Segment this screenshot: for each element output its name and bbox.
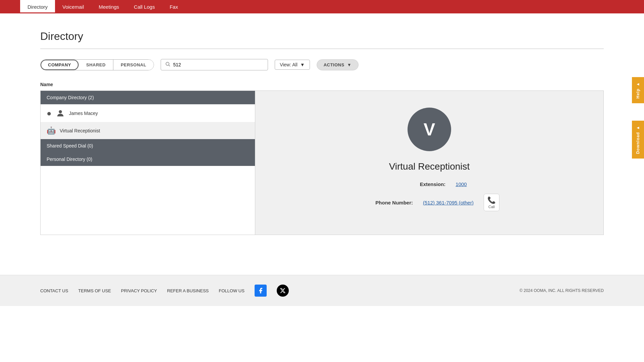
call-label: Call: [488, 205, 495, 209]
page-title: Directory: [40, 30, 604, 43]
copyright: © 2024 OOMA, INC. ALL RIGHTS RESERVED: [520, 288, 604, 293]
search-icon: [165, 61, 170, 68]
virtual-receptionist-name: Virtual Receptionist: [60, 128, 100, 133]
footer-refer[interactable]: REFER A BUSINESS: [167, 288, 209, 293]
svg-point-2: [59, 110, 62, 113]
download-tab[interactable]: ◄ Download: [632, 121, 644, 159]
nav-meetings[interactable]: Meetings: [91, 0, 126, 13]
nav-calllogs[interactable]: Call Logs: [126, 0, 162, 13]
actions-chevron-icon: ▼: [347, 62, 352, 67]
column-header-name: Name: [40, 80, 604, 89]
download-arrow-icon: ◄: [636, 125, 640, 130]
follow-us-label: FOLLOW US: [219, 288, 245, 293]
nav-directory[interactable]: Directory: [20, 0, 55, 13]
person-icon: ●: [47, 109, 52, 118]
detail-panel: V Virtual Receptionist Extension: 1000 P…: [255, 90, 604, 235]
help-label: Help: [636, 88, 640, 99]
search-input[interactable]: [173, 62, 264, 67]
actions-button[interactable]: ACTIONS ▼: [317, 59, 359, 70]
extension-label: Extension:: [392, 181, 445, 187]
phone-label: Phone Number:: [359, 200, 413, 205]
list-item-virtual-receptionist[interactable]: 🤖 Virtual Receptionist: [41, 122, 255, 139]
call-button[interactable]: 📞 Call: [484, 194, 499, 211]
main-content: Directory COMPANY SHARED PERSONAL View: …: [0, 13, 644, 275]
svg-point-0: [166, 62, 169, 65]
svg-line-1: [169, 65, 170, 66]
phone-value[interactable]: (512) 361-7095 (other): [423, 200, 474, 205]
extension-row: Extension: 1000: [275, 181, 583, 187]
phone-icon: 📞: [487, 196, 496, 204]
extension-value[interactable]: 1000: [455, 181, 467, 187]
tab-shared[interactable]: SHARED: [79, 60, 113, 70]
phone-row: Phone Number: (512) 361-7095 (other) 📞 C…: [275, 194, 583, 211]
footer-privacy[interactable]: PRIVACY POLICY: [121, 288, 157, 293]
footer-terms[interactable]: TERMS OF USE: [78, 288, 111, 293]
download-label: Download: [636, 132, 640, 154]
chevron-down-icon: ▼: [300, 62, 305, 67]
x-twitter-icon[interactable]: [277, 285, 289, 297]
directory-tab-group: COMPANY SHARED PERSONAL: [40, 59, 154, 70]
tab-personal[interactable]: PERSONAL: [113, 60, 154, 70]
list-item-james-macey[interactable]: ● James Macey: [41, 104, 255, 122]
user-icon: [56, 109, 65, 118]
top-nav: Directory Voicemail Meetings Call Logs F…: [0, 0, 644, 13]
directory-list: Company Directory (2) ● James Macey 🤖 Vi…: [40, 90, 255, 235]
facebook-icon[interactable]: [255, 285, 267, 297]
detail-avatar: V: [408, 108, 451, 151]
directory-layout: Company Directory (2) ● James Macey 🤖 Vi…: [40, 90, 604, 235]
search-box[interactable]: [161, 59, 268, 70]
nav-voicemail[interactable]: Voicemail: [55, 0, 91, 13]
view-select[interactable]: View: All ▼: [275, 60, 310, 70]
group-header-company[interactable]: Company Directory (2): [41, 91, 255, 104]
filters-row: COMPANY SHARED PERSONAL View: All ▼ ACTI…: [40, 59, 604, 70]
title-divider: [40, 49, 604, 49]
footer-links: CONTACT US TERMS OF USE PRIVACY POLICY R…: [40, 285, 289, 297]
james-macey-name: James Macey: [69, 111, 98, 116]
group-header-shared[interactable]: Shared Speed Dial (0): [41, 139, 255, 153]
group-header-personal[interactable]: Personal Directory (0): [41, 153, 255, 166]
nav-fax[interactable]: Fax: [162, 0, 185, 13]
detail-name: Virtual Receptionist: [389, 161, 470, 172]
actions-label: ACTIONS: [324, 62, 344, 67]
view-label: View: All: [280, 62, 298, 67]
footer-contact[interactable]: CONTACT US: [40, 288, 68, 293]
tab-company[interactable]: COMPANY: [41, 60, 79, 70]
help-tab[interactable]: ◄ Help: [632, 77, 644, 103]
footer: CONTACT US TERMS OF USE PRIVACY POLICY R…: [0, 275, 644, 306]
robot-icon: 🤖: [47, 126, 56, 135]
help-arrow-icon: ◄: [636, 82, 640, 86]
